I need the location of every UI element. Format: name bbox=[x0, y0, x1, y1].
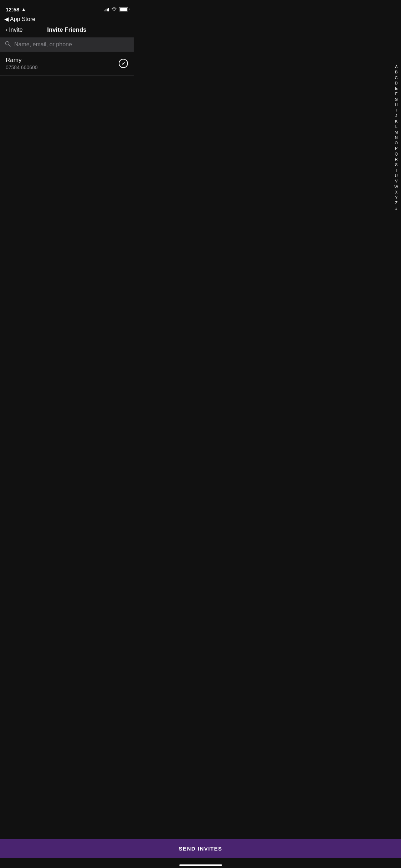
signal-bars bbox=[104, 7, 109, 11]
status-right bbox=[104, 7, 128, 12]
app-store-label: App Store bbox=[10, 16, 35, 22]
back-button[interactable]: ‹ Invite bbox=[6, 27, 23, 33]
location-icon: ▲ bbox=[21, 7, 26, 12]
back-chevron-icon: ◀ bbox=[4, 16, 9, 22]
contact-select-checkbox[interactable]: ✓ bbox=[119, 59, 128, 68]
signal-bar-2 bbox=[105, 9, 106, 11]
battery-fill bbox=[120, 8, 127, 11]
signal-bar-3 bbox=[107, 9, 108, 11]
list-divider bbox=[0, 75, 134, 76]
signal-bar-4 bbox=[108, 8, 109, 11]
status-time: 12:58 bbox=[6, 6, 19, 12]
search-input[interactable] bbox=[14, 41, 129, 48]
signal-bar-1 bbox=[104, 10, 105, 11]
svg-line-1 bbox=[9, 45, 11, 47]
checkmark-icon: ✓ bbox=[122, 61, 125, 66]
page-title: Invite Friends bbox=[47, 26, 87, 33]
table-row[interactable]: Ramy 07584 660600 ✓ bbox=[0, 52, 134, 75]
search-container bbox=[0, 37, 134, 52]
search-icon bbox=[5, 41, 11, 48]
app-store-back-nav[interactable]: ◀ App Store bbox=[0, 16, 134, 24]
status-bar: 12:58 ▲ bbox=[0, 0, 134, 16]
status-left: 12:58 ▲ bbox=[6, 6, 26, 12]
wifi-icon bbox=[111, 7, 117, 12]
battery-icon bbox=[119, 7, 128, 11]
back-chevron-nav-icon: ‹ bbox=[6, 27, 7, 33]
nav-header: ‹ Invite Invite Friends bbox=[0, 24, 134, 37]
contact-name: Ramy bbox=[6, 57, 38, 64]
contact-phone: 07584 660600 bbox=[6, 64, 38, 70]
contact-list: Ramy 07584 660600 ✓ bbox=[0, 52, 134, 76]
back-button-label: Invite bbox=[9, 27, 22, 33]
contact-info: Ramy 07584 660600 bbox=[6, 57, 38, 70]
